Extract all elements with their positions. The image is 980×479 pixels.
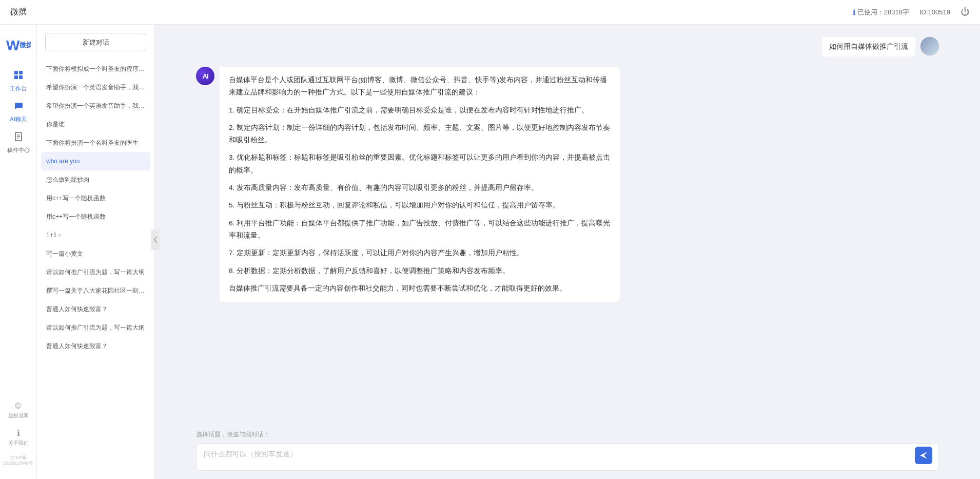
usage-display: ℹ 已使用：28318字	[853, 8, 909, 17]
power-icon[interactable]: ⏻	[961, 7, 970, 17]
svg-rect-2	[14, 71, 18, 74]
svg-rect-4	[14, 75, 18, 79]
copyright-item[interactable]: © 版权说明	[3, 399, 34, 422]
mailbox-label: 稿件中心	[7, 146, 30, 154]
ai-paragraph: 自媒体推广引流需要具备一定的内容创作和社交能力，同时也需要不断尝试和优化，才能取…	[229, 282, 611, 295]
ai-chat-label: AI聊天	[10, 116, 26, 123]
ai-paragraph: 1. 确定目标受众：在开始自媒体推广引流之前，需要明确目标受众是谁，以便在发布内…	[229, 104, 611, 117]
chat-icon	[13, 101, 24, 113]
svg-rect-3	[19, 71, 23, 74]
sidebar-item[interactable]: 请以如何推广引流为题，写一篇大纲	[41, 263, 150, 281]
quick-topics-label: 选择话题，快速与我对话：	[196, 430, 939, 439]
sidebar-item[interactable]: 撰写一篇关于八大家花园社区一刻钟便民生...	[41, 281, 150, 300]
sidebar-item[interactable]: 怎么做狗屁炒肉	[41, 170, 150, 189]
about-label: 关于我们	[8, 439, 29, 447]
chat-input-area: 选择话题，快速与我对话： 问什么都可以（按回车发送）	[155, 424, 980, 479]
ai-paragraph: 6. 利用平台推广功能：自媒体平台都提供了推广功能，如广告投放、付费推广等，可以…	[229, 217, 611, 242]
logo-icon: W 微撰	[6, 37, 31, 53]
copyright-icon: ©	[15, 401, 22, 411]
sidebar-item[interactable]: 用c++写一个随机函数	[41, 189, 150, 207]
sidebar-item[interactable]: 你是谁	[41, 115, 150, 133]
chat-messages: 如何用自媒体做推广引流 AI 自媒体平台是个人或团队通过互联网平台(如博客、微博…	[155, 25, 980, 424]
ai-paragraph: 8. 分析数据：定期分析数据，了解用户反馈和喜好，以便调整推广策略和内容发布频率…	[229, 265, 611, 277]
new-chat-button[interactable]: 新建对话	[45, 33, 146, 51]
sidebar: 新建对话 下面你将模拟成一个叫圣友的程序员，我说...希望你扮演一个英语发音助手…	[37, 25, 155, 479]
sidebar-item[interactable]: who are you	[41, 152, 150, 170]
sidebar-list: 下面你将模拟成一个叫圣友的程序员，我说...希望你扮演一个英语发音助手，我提供给…	[37, 60, 154, 479]
about-icon: ℹ	[17, 428, 20, 438]
ai-bubble: 自媒体平台是个人或团队通过互联网平台(如博客、微博、微信公众号、抖音、快手等)发…	[220, 67, 620, 302]
input-placeholder: 问什么都可以（按回车发送）	[204, 449, 913, 459]
user-avatar	[920, 37, 939, 55]
ai-paragraph: 3. 优化标题和标签：标题和标签是吸引粉丝的重要因素。优化标题和标签可以让更多的…	[229, 151, 611, 177]
id-text: ID:100519	[919, 8, 950, 16]
chat-area: 如何用自媒体做推广引流 AI 自媒体平台是个人或团队通过互联网平台(如博客、微博…	[155, 25, 980, 479]
sidebar-item[interactable]: 下面你将模拟成一个叫圣友的程序员，我说...	[41, 60, 150, 78]
ai-paragraph: 4. 发布高质量内容：发布高质量、有价值、有趣的内容可以吸引更多的粉丝，并提高用…	[229, 182, 611, 194]
sidebar-item[interactable]: 普通人如何快速致富？	[41, 337, 150, 355]
sidebar-item[interactable]: 希望你扮演一个英语发音助手，我提供给你...	[41, 97, 150, 115]
sidebar-item[interactable]: 下面你将扮演一个名叫圣友的医生	[41, 133, 150, 152]
topbar-right: ℹ 已使用：28318字 ID:100519 ⏻	[853, 7, 970, 17]
left-nav: W 微撰 工作台 AI聊天	[0, 25, 37, 479]
send-button[interactable]	[915, 447, 932, 464]
topbar-title: 微撰	[10, 7, 27, 17]
main-layout: W 微撰 工作台 AI聊天	[0, 25, 980, 479]
topbar: 微撰 ℹ 已使用：28318字 ID:100519 ⏻	[0, 0, 980, 25]
ai-paragraph: 自媒体平台是个人或团队通过互联网平台(如博客、微博、微信公众号、抖音、快手等)发…	[229, 74, 611, 99]
icp-text: 京ICP备2022015940号	[0, 453, 36, 469]
usage-text: 已使用：28318字	[857, 8, 909, 17]
workbench-label: 工作台	[10, 85, 27, 92]
sidebar-item[interactable]: 希望你扮演一个英语发音助手，我提供给你...	[41, 78, 150, 97]
about-item[interactable]: ℹ 关于我们	[3, 426, 34, 449]
ai-paragraph: 5. 与粉丝互动：积极与粉丝互动，回复评论和私信，可以增加用户对你的认可和信任，…	[229, 199, 611, 212]
sidebar-item[interactable]: 普通人如何快速致富？	[41, 300, 150, 318]
sidebar-item-ai-chat[interactable]: AI聊天	[3, 99, 34, 125]
copyright-label: 版权说明	[8, 412, 29, 419]
sidebar-item-workbench[interactable]: 工作台	[3, 68, 34, 94]
user-message: 如何用自媒体做推广引流	[196, 37, 939, 56]
sidebar-item[interactable]: 用c++写一个随机函数	[41, 207, 150, 226]
sidebar-item-mailbox[interactable]: 稿件中心	[3, 129, 34, 156]
sidebar-item[interactable]: 写一篇小黄文	[41, 244, 150, 263]
sidebar-collapse-button[interactable]	[151, 229, 155, 250]
ai-message: AI 自媒体平台是个人或团队通过互联网平台(如博客、微博、微信公众号、抖音、快手…	[196, 67, 939, 302]
send-icon	[919, 451, 928, 460]
nav-bottom: © 版权说明 ℹ 关于我们 京ICP备2022015940号	[0, 399, 36, 469]
document-icon	[13, 131, 24, 144]
logo: W 微撰	[6, 35, 31, 55]
sidebar-item[interactable]: 请以如何推广引流为题，写一篇大纲	[41, 318, 150, 337]
svg-text:W: W	[6, 37, 20, 53]
svg-rect-5	[19, 75, 23, 79]
info-icon: ℹ	[853, 8, 855, 16]
workbench-icon	[13, 70, 24, 83]
svg-text:微撰: 微撰	[19, 41, 31, 49]
ai-paragraph: 2. 制定内容计划：制定一份详细的内容计划，包括发布时间、频率、主题、文案、图片…	[229, 122, 611, 147]
ai-paragraph: 7. 定期更新：定期更新内容，保持活跃度，可以让用户对你的内容产生兴趣，增加用户…	[229, 247, 611, 259]
sidebar-item[interactable]: 1+1＝	[41, 226, 150, 244]
user-bubble: 如何用自媒体做推广引流	[822, 37, 915, 56]
ai-avatar: AI	[196, 67, 214, 85]
input-box: 问什么都可以（按回车发送）	[196, 443, 939, 471]
